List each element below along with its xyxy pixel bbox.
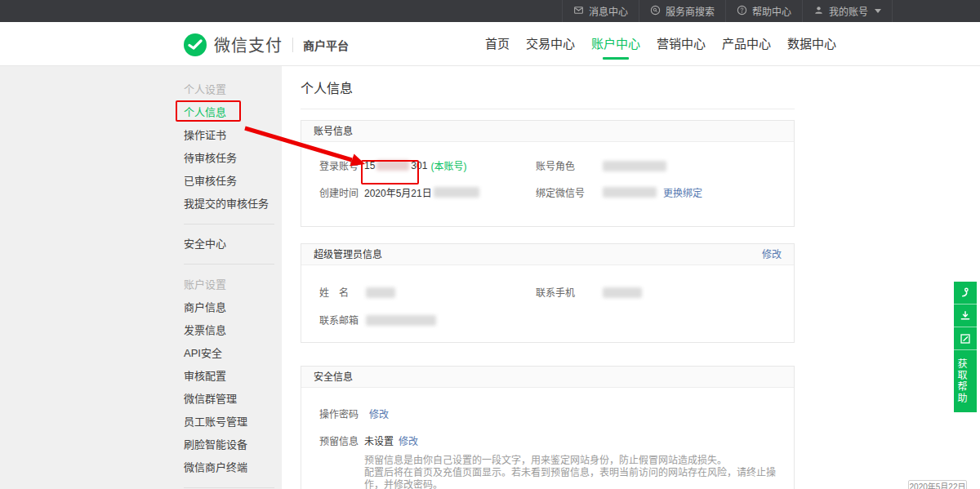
sidebar-item-安全中心[interactable]: 安全中心 [184, 233, 282, 256]
float-button-hook[interactable] [954, 282, 977, 305]
sidebar-item-微信商户终端[interactable]: 微信商户终端 [184, 456, 282, 479]
admin-info-card-header: 超级管理员信息 修改 [301, 244, 794, 265]
field-row-创建时间: 创建时间2020年5月21日 [319, 185, 481, 199]
field-row-姓 名: 姓 名 [319, 285, 397, 299]
topbar-item-3[interactable]: 帮助中心 [725, 0, 802, 22]
float-button-download[interactable] [954, 305, 977, 327]
nav-tab-账户中心[interactable]: 账户中心 [590, 22, 642, 66]
date-tooltip: 2020年5月22日 [908, 480, 967, 489]
link-更换绑定[interactable]: 更换绑定 [663, 188, 702, 199]
topbar-item-label: 服务商搜索 [666, 4, 715, 18]
field-value: 15301(本账号) [364, 159, 466, 171]
redacted-value [366, 287, 395, 298]
sidebar-item-操作证书[interactable]: 操作证书 [184, 124, 282, 147]
field-row-联系手机: 联系手机 [536, 285, 644, 299]
value-text: 2020年5月21日 [364, 188, 432, 199]
sidebar-item-员工账号管理[interactable]: 员工账号管理 [184, 411, 282, 433]
field-value: 修改 [364, 407, 389, 419]
field-value [601, 286, 644, 297]
field-label: 联系手机 [536, 285, 601, 299]
sidebar-item-待审核任务[interactable]: 待审核任务 [184, 147, 282, 170]
field-label: 登录账号 [319, 158, 364, 172]
nav-tab-数据中心[interactable]: 数据中心 [786, 22, 838, 66]
redacted-value [434, 187, 479, 198]
redacted-value [603, 287, 642, 298]
field-label: 绑定微信号 [536, 185, 601, 199]
topbar-item-2[interactable]: 服务商搜索 [639, 0, 725, 22]
download-icon [959, 309, 972, 322]
sidebar-item-发票信息[interactable]: 发票信息 [184, 319, 282, 342]
security-info-card: 安全信息 预留信息是由你自己设置的一段文字，用来鉴定网站身份，防止假冒网站造成损… [301, 366, 795, 489]
sidebar-section-header: 个人设置 [184, 78, 282, 101]
field-row-预留信息: 预留信息未设置修改 [319, 433, 418, 447]
field-row-联系邮箱: 联系邮箱 [319, 313, 438, 327]
admin-edit-link[interactable]: 修改 [762, 244, 782, 265]
caret-down-icon [875, 9, 881, 13]
field-label: 创建时间 [319, 185, 364, 199]
sidebar-item-审核配置[interactable]: 审核配置 [184, 365, 282, 388]
field-row-账号角色: 账号角色 [536, 158, 668, 172]
brand[interactable]: 微信支付 商户平台 [184, 33, 349, 56]
value-text: 15 [364, 160, 375, 171]
nav-tab-产品中心[interactable]: 产品中心 [720, 22, 773, 66]
topbar-item-1[interactable]: 消息中心 [562, 0, 639, 22]
title-divider [301, 109, 795, 109]
sidebar-item-已审核任务[interactable]: 已审核任务 [184, 170, 282, 193]
nav-tab-首页[interactable]: 首页 [483, 22, 511, 66]
field-label: 操作密码 [319, 407, 364, 420]
security-info-card-header: 安全信息 [301, 367, 794, 388]
redacted-value [603, 161, 666, 171]
nav-tab-交易中心[interactable]: 交易中心 [524, 22, 577, 66]
topbar-item-label: 帮助中心 [752, 4, 791, 18]
user-icon [813, 5, 824, 18]
mail-icon [573, 5, 584, 18]
page-title: 个人信息 [301, 78, 353, 97]
link-修改[interactable]: 修改 [399, 436, 418, 447]
account-info-card: 账号信息 登录账号15301(本账号)账号角色创建时间2020年5月21日绑定微… [301, 120, 795, 227]
account-info-card-header: 账号信息 [301, 121, 794, 142]
get-help-button[interactable]: 获取帮助 [954, 350, 977, 412]
nav-tab-营销中心[interactable]: 营销中心 [655, 22, 707, 66]
sidebar-divider [184, 224, 274, 224]
sidebar-section-header: 账户设置 [184, 273, 282, 296]
sidebar-list: 个人设置个人信息操作证书待审核任务已审核任务我提交的审核任务安全中心账户设置商户… [0, 66, 282, 488]
redacted-value [376, 160, 409, 171]
edit-icon [959, 332, 972, 345]
brand-subtitle: 商户平台 [303, 37, 349, 53]
sidebar-item-我提交的审核任务[interactable]: 我提交的审核任务 [184, 193, 282, 216]
field-value: 2020年5月21日 [364, 186, 481, 198]
topbar-item-4[interactable]: 我的账号 [802, 0, 893, 22]
search-circle-icon [650, 5, 661, 18]
redacted-value [603, 187, 657, 198]
field-row-登录账号: 登录账号15301(本账号) [319, 158, 466, 172]
brand-name: 微信支付 [214, 33, 283, 56]
sidebar-item-商户信息[interactable]: 商户信息 [184, 296, 282, 319]
admin-info-card-title: 超级管理员信息 [314, 249, 382, 260]
sidebar-item-刷脸智能设备[interactable]: 刷脸智能设备 [184, 433, 282, 456]
field-value: 未设置修改 [364, 434, 418, 446]
reserved-info-description: 预留信息是由你自己设置的一段文字，用来鉴定网站身份，防止假冒网站造成损失。配置后… [364, 455, 794, 489]
question-circle-icon [737, 5, 747, 18]
current-account-tag: (本账号) [430, 161, 466, 172]
sidebar-item-API安全[interactable]: API安全 [184, 342, 282, 365]
hook-icon [959, 287, 972, 300]
field-label: 联系邮箱 [319, 313, 364, 327]
admin-info-card: 超级管理员信息 修改 姓 名联系手机联系邮箱 [301, 243, 795, 343]
sidebar-item-个人信息[interactable]: 个人信息 [184, 101, 282, 124]
description-line: 预留信息是由你自己设置的一段文字，用来鉴定网站身份，防止假冒网站造成损失。 [364, 455, 794, 467]
value-text: 未设置 [364, 436, 394, 447]
link-修改[interactable]: 修改 [369, 409, 389, 420]
float-help-panel: 获取帮助 [954, 282, 977, 412]
field-label: 预留信息 [319, 433, 364, 447]
wechat-pay-logo-icon [184, 33, 207, 56]
field-label: 姓 名 [319, 285, 364, 299]
topbar: 消息中心服务商搜索帮助中心我的账号 [0, 0, 980, 22]
sidebar-item-微信群管理[interactable]: 微信群管理 [184, 388, 282, 411]
brand-divider [292, 38, 293, 52]
float-button-edit[interactable] [954, 327, 977, 350]
topbar-item-label: 我的账号 [829, 4, 868, 18]
field-value [364, 286, 397, 297]
main-content: 个人信息 账号信息 登录账号15301(本账号)账号角色创建时间2020年5月2… [282, 66, 980, 489]
field-row-操作密码: 操作密码修改 [319, 407, 389, 420]
field-value: 更换绑定 [601, 186, 702, 198]
